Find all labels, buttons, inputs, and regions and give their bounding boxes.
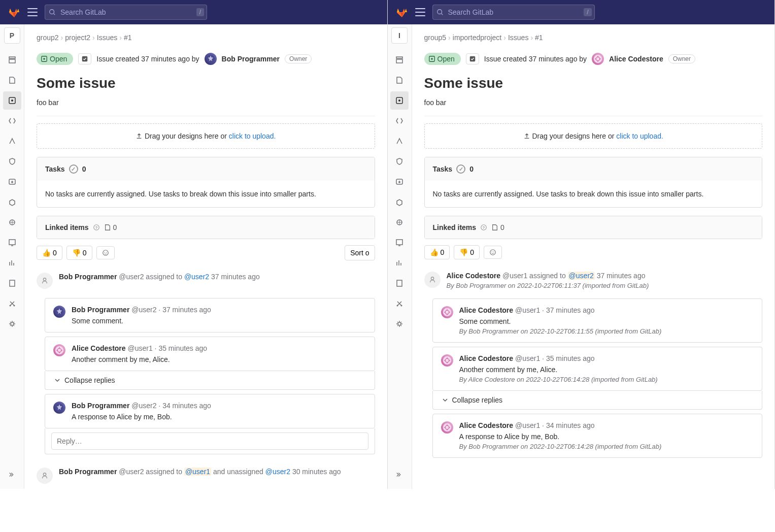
search-input[interactable] xyxy=(432,5,595,20)
sidebar-item[interactable] xyxy=(3,91,21,110)
avatar[interactable] xyxy=(53,344,65,356)
breadcrumb-link[interactable]: group5 xyxy=(424,34,447,42)
sidebar-item[interactable] xyxy=(3,315,21,333)
collapse-replies-button[interactable]: Collapse replies xyxy=(45,371,375,390)
sidebar-item[interactable] xyxy=(390,234,409,252)
help-icon[interactable]: ? xyxy=(480,224,487,231)
sidebar-item[interactable] xyxy=(3,193,21,211)
sidebar-item[interactable] xyxy=(390,193,409,211)
thumbs-up-button[interactable]: 👍 0 xyxy=(37,246,62,260)
sidebar-item[interactable] xyxy=(390,112,409,130)
thumbs-down-button[interactable]: 👎 0 xyxy=(454,245,480,259)
breadcrumb-link[interactable]: Issues xyxy=(508,34,528,42)
sidebar-item[interactable] xyxy=(390,213,409,231)
upload-link[interactable]: click to upload. xyxy=(229,132,276,140)
design-upload-zone[interactable]: Drag your designs here or click to uploa… xyxy=(424,123,763,149)
breadcrumb-link[interactable]: #1 xyxy=(535,34,543,42)
user-mention[interactable]: @user2 xyxy=(568,272,595,280)
sidebar-item[interactable] xyxy=(3,152,21,171)
sidebar-item[interactable] xyxy=(3,173,21,191)
author-name[interactable]: Bob Programmer xyxy=(72,402,129,410)
menu-icon[interactable] xyxy=(27,7,38,17)
upload-link[interactable]: click to upload. xyxy=(616,132,663,140)
sidebar-item[interactable] xyxy=(390,315,409,333)
sidebar-item[interactable] xyxy=(3,274,21,292)
author-handle[interactable]: @user1 xyxy=(502,272,527,280)
task-completion-icon[interactable] xyxy=(466,53,479,64)
author-handle[interactable]: @user2 xyxy=(119,273,144,281)
author-name[interactable]: Alice Codestore xyxy=(447,272,501,280)
help-icon[interactable]: ? xyxy=(93,224,100,231)
avatar[interactable] xyxy=(441,306,453,318)
breadcrumb-link[interactable]: group2 xyxy=(37,34,59,42)
author-name[interactable]: Bob Programmer xyxy=(59,273,117,281)
sidebar-item[interactable] xyxy=(390,152,409,171)
gitlab-logo[interactable] xyxy=(396,6,408,18)
author-name[interactable]: Alice Codestore xyxy=(459,306,514,314)
thumbs-down-button[interactable]: 👎 0 xyxy=(66,246,92,260)
sidebar-item[interactable] xyxy=(3,112,21,130)
sidebar-item[interactable] xyxy=(3,71,21,89)
author-handle[interactable]: @user1 xyxy=(515,354,540,362)
sort-button[interactable]: Sort o xyxy=(345,245,375,260)
menu-icon[interactable] xyxy=(415,7,425,17)
task-completion-icon[interactable] xyxy=(78,53,91,64)
search-input[interactable] xyxy=(45,5,207,20)
author-handle[interactable]: @user1 xyxy=(515,306,540,314)
avatar[interactable] xyxy=(53,402,65,414)
author-handle[interactable]: @user1 xyxy=(515,421,540,429)
author-name[interactable]: Alice Codestore xyxy=(459,354,514,362)
sidebar-item[interactable] xyxy=(3,294,21,313)
sidebar-item[interactable] xyxy=(3,254,21,272)
collapse-replies-button[interactable]: Collapse replies xyxy=(432,391,763,410)
sidebar-item[interactable] xyxy=(390,51,409,69)
author-handle[interactable]: @user2 xyxy=(131,402,156,410)
author-name[interactable]: Bob Programmer xyxy=(72,306,129,314)
breadcrumb-link[interactable]: Issues xyxy=(97,34,117,42)
expand-sidebar-button[interactable] xyxy=(390,466,409,484)
design-upload-zone[interactable]: Drag your designs here or click to uploa… xyxy=(37,123,375,149)
avatar[interactable] xyxy=(441,354,453,367)
author-handle[interactable]: @user2 xyxy=(119,468,144,476)
avatar[interactable] xyxy=(441,421,453,434)
sidebar-item[interactable] xyxy=(390,173,409,191)
sidebar-item[interactable] xyxy=(3,132,21,150)
author-name[interactable]: Bob Programmer xyxy=(59,468,117,476)
avatar[interactable] xyxy=(53,306,65,318)
linked-items-header[interactable]: Linked items ? 0 xyxy=(37,216,375,239)
expand-sidebar-button[interactable] xyxy=(3,466,21,484)
tasks-header[interactable]: Tasks ✓ 0 xyxy=(37,157,375,181)
avatar[interactable] xyxy=(205,53,217,65)
avatar[interactable] xyxy=(592,53,604,65)
author-name[interactable]: Alice Codestore xyxy=(459,421,514,429)
sidebar-item[interactable] xyxy=(390,71,409,89)
author-name[interactable]: Bob Programmer xyxy=(222,55,280,63)
sidebar-item[interactable] xyxy=(3,234,21,252)
author-handle[interactable]: @user1 xyxy=(127,344,152,352)
reply-input[interactable] xyxy=(51,433,368,450)
breadcrumb-link[interactable]: project2 xyxy=(65,34,90,42)
sidebar-item[interactable] xyxy=(3,213,21,231)
breadcrumb-link[interactable]: importedproject xyxy=(453,34,502,42)
add-reaction-button[interactable] xyxy=(484,246,502,259)
author-name[interactable]: Alice Codestore xyxy=(72,344,126,352)
sidebar-item[interactable] xyxy=(390,254,409,272)
thumbs-up-button[interactable]: 👍 0 xyxy=(424,245,450,259)
linked-items-header[interactable]: Linked items ? 0 xyxy=(425,216,762,239)
author-name[interactable]: Alice Codestore xyxy=(609,55,663,63)
add-reaction-button[interactable] xyxy=(96,246,115,259)
author-handle[interactable]: @user2 xyxy=(131,306,156,314)
user-mention[interactable]: @user2 xyxy=(265,468,290,476)
sidebar-item[interactable] xyxy=(390,294,409,313)
tasks-header[interactable]: Tasks ✓ 0 xyxy=(425,157,762,181)
project-badge[interactable]: I xyxy=(391,27,408,44)
user-mention[interactable]: @user2 xyxy=(184,273,209,281)
breadcrumb-link[interactable]: #1 xyxy=(124,34,132,42)
sidebar-item[interactable] xyxy=(390,91,409,110)
gitlab-logo[interactable] xyxy=(8,6,20,18)
project-badge[interactable]: P xyxy=(4,27,20,44)
sidebar-item[interactable] xyxy=(3,51,21,69)
sidebar-item[interactable] xyxy=(390,132,409,150)
user-mention[interactable]: @user1 xyxy=(184,468,211,476)
sidebar-item[interactable] xyxy=(390,274,409,292)
